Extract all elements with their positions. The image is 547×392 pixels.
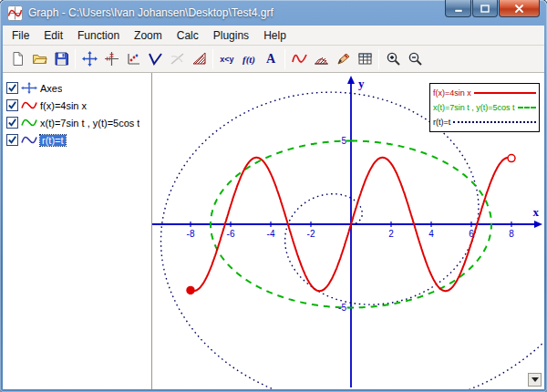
zoom-in-icon — [386, 51, 401, 67]
endpoint-marker — [187, 286, 194, 294]
arrow-down-icon — [532, 377, 539, 382]
toolbar-separator — [75, 49, 76, 69]
toolbar-insert-custom-function-label: f(t) — [243, 54, 255, 65]
function-list[interactable]: Axesf(x)=4sin xx(t)=7sin t , y(t)=5cos t… — [3, 73, 152, 389]
point-series-icon — [126, 51, 141, 67]
plot-area[interactable]: xy-8-6-4-224685-5 f(x)=4sin xx(t)=7sin t… — [152, 73, 544, 389]
save-icon — [54, 51, 69, 67]
toolbar: x<yf(t)A — [3, 46, 544, 73]
menu-bar: FileEditFunctionZoomCalcPluginsHelp — [3, 26, 544, 46]
legend-label: r(t)=t — [433, 118, 450, 127]
x-tick-label: -8 — [187, 229, 195, 239]
checkbox-checked[interactable] — [6, 134, 18, 146]
toolbar-separator — [212, 49, 213, 69]
x-tick-label: -6 — [227, 229, 235, 239]
legend-line-sample — [453, 121, 536, 123]
function-label: x(t)=7sin t , y(t)=5cos t — [40, 118, 139, 129]
minimize-icon — [454, 5, 463, 13]
insert-tangent-icon — [170, 51, 185, 67]
x-axis-label: x — [533, 205, 540, 219]
toolbar-separator — [378, 49, 379, 69]
menu-item-calc[interactable]: Calc — [170, 26, 206, 45]
legend-line-sample — [474, 92, 536, 94]
checkbox-checked[interactable] — [6, 82, 18, 94]
function-label: f(x)=4sin x — [40, 100, 87, 111]
menu-item-file[interactable]: File — [5, 26, 36, 45]
x-axis-arrow-icon — [534, 221, 542, 228]
endpoint-marker — [508, 155, 515, 162]
toolbar-evaluate-button[interactable] — [332, 48, 354, 70]
legend-entry: f(x)=4sin x — [433, 86, 536, 100]
function-label: Axes — [40, 83, 62, 94]
toolbar-insert-shading-button[interactable] — [188, 48, 210, 70]
table-icon — [357, 51, 373, 67]
close-button[interactable] — [499, 0, 540, 17]
minimize-button[interactable] — [445, 0, 471, 17]
evaluate-icon — [335, 51, 351, 67]
menu-item-zoom[interactable]: Zoom — [127, 26, 170, 45]
scrollbar-corner-button[interactable] — [528, 373, 542, 387]
y-axis-label: y — [358, 77, 365, 90]
zoom-out-icon — [408, 51, 423, 67]
legend: f(x)=4sin xx(t)=7sin t , y(t)=5cos tr(t)… — [429, 83, 540, 132]
function-list-item[interactable]: f(x)=4sin x — [6, 97, 149, 114]
menu-item-help[interactable]: Help — [256, 26, 294, 45]
window-title: Graph - C:\Users\Ivan Johansen\Desktop\T… — [28, 6, 274, 19]
y-axis-arrow-icon — [347, 76, 355, 84]
window-client-area: FileEditFunctionZoomCalcPluginsHelp x<yf… — [3, 26, 544, 389]
toolbar-save-button[interactable] — [50, 48, 72, 70]
menu-item-plugins[interactable]: Plugins — [206, 26, 256, 45]
app-icon — [7, 5, 23, 21]
x-tick-label: -4 — [267, 229, 275, 239]
toolbar-insert-function-button[interactable] — [144, 48, 166, 70]
window-controls — [444, 0, 540, 17]
toolbar-insert-relation-button[interactable]: x<y — [216, 48, 238, 70]
insert-function-icon — [148, 51, 163, 67]
toolbar-new-button[interactable] — [6, 48, 28, 70]
x-tick-label: -2 — [307, 229, 315, 239]
x-tick-label: 8 — [509, 229, 514, 239]
title-bar[interactable]: Graph - C:\Users\Ivan Johansen\Desktop\T… — [0, 0, 547, 26]
area-icon — [314, 51, 329, 67]
curve-icon — [21, 99, 37, 111]
legend-line-sample — [518, 107, 536, 108]
legend-label: x(t)=7sin t , y(t)=5cos t — [433, 103, 515, 112]
curve-icon — [21, 117, 37, 129]
function-list-item[interactable]: r(t)=t — [6, 131, 149, 149]
x-tick-label: 2 — [388, 229, 394, 239]
toolbar-axes-options-button[interactable] — [100, 48, 122, 70]
menu-item-edit[interactable]: Edit — [36, 26, 70, 45]
toolbar-calc-area-button[interactable] — [310, 48, 332, 70]
legend-entry: x(t)=7sin t , y(t)=5cos t — [433, 100, 536, 115]
x-tick-label: 4 — [428, 229, 434, 239]
function-label: r(t)=t — [40, 135, 66, 146]
toolbar-insert-label-button[interactable]: A — [260, 48, 282, 70]
menu-item-function[interactable]: Function — [70, 26, 127, 45]
insert-shading-icon — [191, 51, 207, 67]
trace-icon — [292, 51, 307, 67]
axes-icon — [21, 82, 37, 94]
checkbox-checked[interactable] — [6, 99, 18, 111]
main-area: Axesf(x)=4sin xx(t)=7sin t , y(t)=5cos t… — [3, 73, 544, 389]
new-file-icon — [10, 51, 26, 67]
toolbar-insert-custom-function-button[interactable]: f(t) — [238, 48, 260, 70]
checkbox-checked[interactable] — [6, 117, 18, 129]
toolbar-zoom-in-button[interactable] — [382, 48, 404, 70]
close-icon — [514, 5, 524, 13]
toolbar-trace-button[interactable] — [288, 48, 310, 70]
curve-icon — [21, 134, 37, 146]
toolbar-open-button[interactable] — [28, 48, 50, 70]
app-window: Graph - C:\Users\Ivan Johansen\Desktop\T… — [0, 0, 547, 392]
toolbar-zoom-out-button[interactable] — [404, 48, 426, 70]
toolbar-move-system-button[interactable] — [78, 48, 100, 70]
toolbar-insert-relation-label: x<y — [220, 55, 233, 64]
toolbar-insert-table-button[interactable] — [354, 48, 376, 70]
toolbar-insert-point-series-button[interactable] — [122, 48, 144, 70]
legend-label: f(x)=4sin x — [433, 88, 471, 98]
maximize-icon — [480, 5, 490, 13]
toolbar-insert-label-label: A — [266, 52, 275, 67]
function-list-item[interactable]: Axes — [6, 79, 149, 97]
toolbar-insert-tangent-button[interactable] — [166, 48, 188, 70]
maximize-button[interactable] — [472, 0, 498, 17]
function-list-item[interactable]: x(t)=7sin t , y(t)=5cos t — [6, 114, 149, 131]
